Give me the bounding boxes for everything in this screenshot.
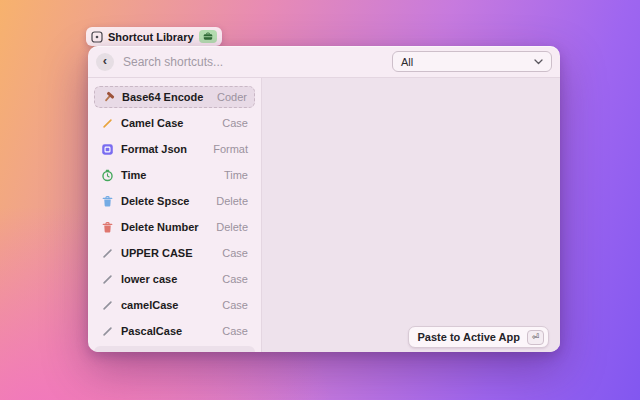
list-item-label: Time — [121, 169, 146, 181]
search-input[interactable]: Search shortcuts... — [123, 55, 392, 69]
list-item-label: Delete Spsce — [121, 195, 189, 207]
pencil-icon — [101, 247, 114, 260]
list-item-tag: Delete — [216, 195, 248, 207]
list-item-label: camelCase — [121, 299, 179, 311]
window-title-pill[interactable]: Shortcut Library — [86, 27, 222, 46]
app-icon — [91, 31, 103, 43]
pencil-icon — [101, 117, 114, 130]
list-item-label: Camel Case — [121, 117, 183, 129]
list-item[interactable]: Camel Case Case — [94, 112, 255, 134]
list-item[interactable]: PascalCase Case — [94, 320, 255, 342]
list-item[interactable]: Format Json Format — [94, 138, 255, 160]
list-item-tag: Case — [222, 325, 248, 337]
chevron-left-icon: ‹ — [103, 54, 107, 67]
trash-icon — [101, 221, 114, 234]
frame-icon — [101, 143, 114, 156]
list-item-tag: Coder — [217, 91, 247, 103]
hammer-icon — [102, 91, 115, 104]
list-item-label: UPPER CASE — [121, 247, 193, 259]
detail-panel — [262, 78, 560, 352]
list-item-tag: Time — [224, 169, 248, 181]
shortcut-library-window: ‹ Search shortcuts... All Base64 Encode … — [88, 46, 560, 352]
list-item-label: lower case — [121, 273, 177, 285]
list-item-tag: Delete — [216, 221, 248, 233]
list-item-partial[interactable] — [94, 346, 255, 352]
chevron-down-icon — [534, 59, 543, 65]
list-item[interactable]: Delete Spsce Delete — [94, 190, 255, 212]
window-title: Shortcut Library — [108, 31, 194, 43]
pencil-icon — [101, 273, 114, 286]
list-item-label: PascalCase — [121, 325, 182, 337]
filter-dropdown[interactable]: All — [392, 51, 552, 72]
list-item[interactable]: Delete Number Delete — [94, 216, 255, 238]
filter-dropdown-value: All — [401, 56, 413, 68]
search-header: ‹ Search shortcuts... All — [88, 46, 560, 78]
list-item-tag: Case — [222, 299, 248, 311]
list-item-tag: Case — [222, 117, 248, 129]
back-button[interactable]: ‹ — [96, 53, 114, 71]
list-item-tag: Case — [222, 247, 248, 259]
list-item[interactable]: Time Time — [94, 164, 255, 186]
pencil-icon — [101, 325, 114, 338]
paste-to-active-app-button[interactable]: Paste to Active App ⏎ — [408, 326, 550, 348]
list-item[interactable]: UPPER CASE Case — [94, 242, 255, 264]
list-item-label: Delete Number — [121, 221, 199, 233]
list-item[interactable]: lower case Case — [94, 268, 255, 290]
desktop-background: { "pill": { "title": "Shortcut Library" … — [0, 0, 640, 400]
list-item[interactable]: Base64 Encode Coder — [94, 86, 255, 108]
list-item[interactable]: camelCase Case — [94, 294, 255, 316]
briefcase-icon — [203, 32, 213, 41]
status-badge[interactable] — [199, 30, 217, 43]
trash-icon — [101, 195, 114, 208]
paste-button-label: Paste to Active App — [418, 331, 521, 343]
clock-icon — [101, 169, 114, 182]
list-item-tag: Case — [222, 273, 248, 285]
list-item-label: Format Json — [121, 143, 187, 155]
shortcut-list: Base64 Encode Coder Camel Case Case Form… — [88, 78, 262, 352]
window-content: Base64 Encode Coder Camel Case Case Form… — [88, 78, 560, 352]
pencil-icon — [101, 299, 114, 312]
list-item-label: Base64 Encode — [122, 91, 203, 103]
list-item-tag: Format — [213, 143, 248, 155]
return-key-icon: ⏎ — [527, 330, 544, 345]
